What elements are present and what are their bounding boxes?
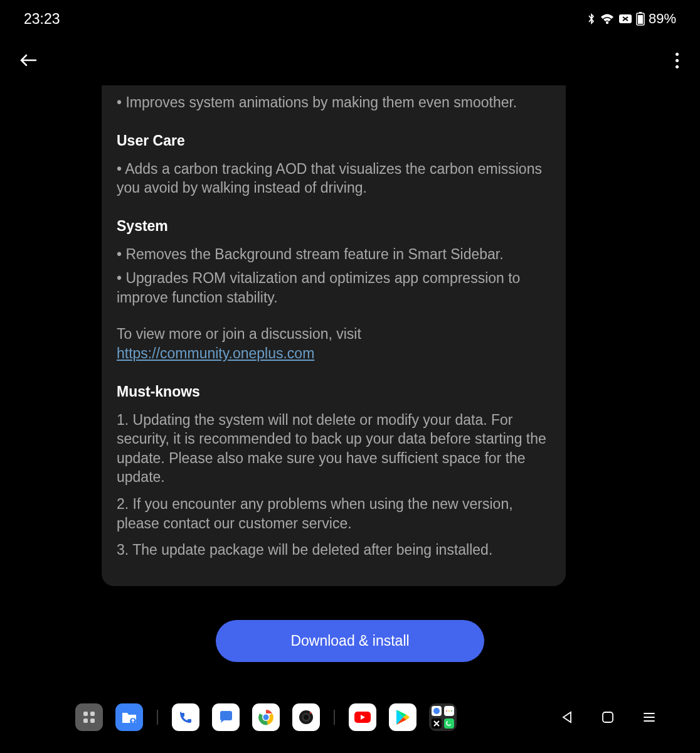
svg-point-19 [433,708,440,714]
svg-point-0 [606,21,608,24]
status-bar: 23:23 8 [0,0,700,35]
system-bullet-2: • Upgrades ROM vitalization and optimize… [117,269,551,307]
files-app-icon[interactable] [115,703,143,731]
wifi-icon [600,13,615,25]
system-title: System [117,218,551,235]
svg-rect-8 [90,718,95,723]
svg-rect-5 [83,712,88,716]
user-care-title: User Care [117,132,551,149]
svg-point-21 [446,710,447,712]
user-care-bullet: • Adds a carbon tracking AOD that visual… [117,159,551,198]
play-store-icon[interactable] [389,703,416,731]
phone-app-icon[interactable] [172,703,199,731]
must-know-3: 3. The update package will be deleted af… [117,540,551,560]
svg-rect-25 [444,718,454,729]
battery-percent: 89% [649,11,676,27]
camera-app-icon[interactable] [292,703,320,731]
system-bullet-1: • Removes the Background stream feature … [117,245,551,264]
svg-rect-7 [83,718,88,723]
discussion-text: To view more or join a discussion, visit… [117,324,551,363]
taskbar-divider [334,710,335,725]
svg-point-15 [304,715,309,720]
svg-point-16 [310,712,312,713]
messages-app-icon[interactable] [212,703,240,731]
community-link[interactable]: https://community.oneplus.com [117,345,314,361]
svg-point-23 [451,710,452,712]
must-know-2: 2. If you encounter any problems when us… [117,494,551,533]
taskbar [0,697,700,753]
svg-rect-4 [638,15,643,24]
animations-bullet: • Improves system animations by making t… [117,93,551,112]
svg-rect-6 [90,712,95,716]
must-know-1: 1. Updating the system will not delete o… [117,410,551,487]
mute-icon [618,14,632,24]
app-bar [0,35,700,85]
status-time: 23:23 [24,11,60,28]
svg-rect-26 [603,712,613,722]
must-knows-title: Must-knows [117,383,551,400]
chrome-app-icon[interactable] [252,703,280,731]
bluetooth-icon [587,13,596,25]
svg-point-12 [263,714,269,720]
recents-nav-button[interactable] [642,710,656,724]
recent-apps-group-icon[interactable] [429,703,457,731]
battery-icon [636,12,645,26]
more-options-button[interactable] [673,50,681,71]
app-drawer-icon[interactable] [75,703,103,731]
taskbar-divider [157,710,158,725]
home-nav-button[interactable] [601,710,615,724]
status-icons: 89% [587,11,676,27]
youtube-app-icon[interactable] [349,703,376,731]
download-install-button[interactable]: Download & install [216,620,484,662]
navigation-buttons [561,710,656,724]
back-nav-button[interactable] [561,710,573,724]
changelog-card: • Improves system animations by making t… [102,85,566,586]
svg-point-22 [448,710,450,712]
back-button[interactable] [19,53,38,68]
